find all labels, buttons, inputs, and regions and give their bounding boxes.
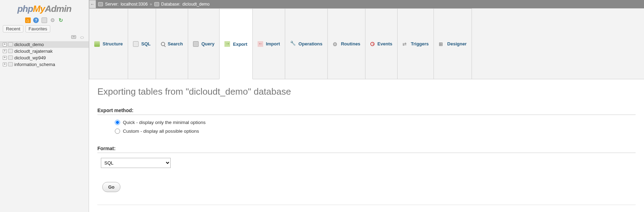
tab-triggers[interactable]: Triggers: [397, 8, 434, 79]
tree-tools: [0, 35, 89, 41]
tab-label: Structure: [103, 41, 123, 46]
sidebar: phpMyAdmin Recent Favorites + dicloudt_d…: [0, 0, 89, 212]
operations-icon: [290, 41, 296, 47]
tab-label: Query: [201, 41, 215, 46]
triggers-icon: [402, 41, 408, 47]
page-title: Exporting tables from "dicloudt_demo" da…: [97, 86, 636, 97]
tab-query[interactable]: Query: [188, 8, 220, 79]
home-icon[interactable]: [25, 17, 31, 23]
content: Exporting tables from "dicloudt_demo" da…: [89, 79, 644, 212]
tab-label: SQL: [141, 41, 151, 46]
radio-quick[interactable]: Quick - display only the minimal options: [115, 120, 636, 125]
db-tree-item[interactable]: + dicloudt_demo: [0, 41, 89, 48]
expand-icon[interactable]: +: [3, 63, 7, 66]
database-icon: [8, 49, 13, 53]
sidebar-tab-favorites[interactable]: Favorites: [25, 25, 50, 32]
db-tree-item[interactable]: + information_schema: [0, 61, 89, 68]
collapse-sidebar-button[interactable]: ←: [89, 0, 96, 8]
breadcrumb: Server: localhost:3306 » Database: diclo…: [96, 0, 644, 8]
sidebar-toolbar: [0, 16, 89, 24]
sql-window-icon[interactable]: [42, 17, 47, 23]
radio-quick-input[interactable]: [115, 120, 120, 125]
tab-label: Routines: [341, 41, 361, 46]
tab-label: Triggers: [411, 41, 429, 46]
search-icon: [161, 42, 165, 46]
tab-operations[interactable]: Operations: [285, 8, 328, 79]
main-tabs: Structure SQL Search Query Export Import…: [89, 8, 644, 79]
breadcrumb-separator: »: [150, 2, 152, 7]
database-icon: [154, 2, 159, 6]
db-tree-item[interactable]: + dicloudt_wp949: [0, 54, 89, 61]
events-icon: [370, 42, 375, 46]
query-icon: [193, 41, 199, 47]
db-name-label: dicloudt_demo: [14, 42, 44, 47]
db-tree-item[interactable]: + dicloudt_rajaternak: [0, 48, 89, 54]
import-icon: [258, 41, 263, 47]
designer-icon: [439, 41, 444, 47]
sql-icon: [133, 41, 139, 47]
tab-label: Search: [168, 41, 183, 46]
breadcrumb-server-link[interactable]: localhost:3306: [121, 2, 148, 7]
tab-structure[interactable]: Structure: [89, 8, 128, 79]
breadcrumb-db-label: Database:: [161, 2, 180, 7]
radio-custom-input[interactable]: [115, 129, 120, 134]
radio-quick-label: Quick - display only the minimal options: [123, 120, 206, 125]
expand-icon[interactable]: +: [3, 49, 7, 53]
go-button[interactable]: Go: [102, 182, 120, 192]
expand-icon[interactable]: +: [3, 43, 7, 46]
radio-custom-label: Custom - display all possible options: [123, 129, 199, 134]
database-icon: [8, 42, 13, 46]
database-icon: [8, 56, 13, 60]
db-name-label: dicloudt_wp949: [14, 55, 46, 60]
logo-part-admin: Admin: [45, 3, 71, 14]
routines-icon: [333, 41, 338, 47]
link-icon[interactable]: [79, 35, 84, 38]
docs-icon[interactable]: [33, 17, 39, 23]
sidebar-tabs: Recent Favorites: [0, 24, 89, 35]
export-method-radios: Quick - display only the minimal options…: [97, 120, 636, 134]
logo-part-php: php: [17, 3, 33, 14]
logo-part-my: My: [33, 3, 45, 14]
logo[interactable]: phpMyAdmin: [0, 3, 89, 16]
database-icon: [8, 62, 13, 66]
tab-sql[interactable]: SQL: [128, 8, 156, 79]
tab-events[interactable]: Events: [365, 8, 398, 79]
tab-label: Designer: [447, 41, 467, 46]
server-icon: [98, 2, 103, 6]
settings-icon[interactable]: [50, 17, 55, 23]
divider: [97, 205, 636, 205]
tab-routines[interactable]: Routines: [327, 8, 366, 79]
export-method-heading: Export method:: [97, 108, 636, 115]
tab-export[interactable]: Export: [219, 9, 252, 79]
tab-label: Export: [233, 42, 247, 47]
format-heading: Format:: [97, 146, 636, 153]
collapse-all-icon[interactable]: [71, 35, 76, 39]
tab-import[interactable]: Import: [252, 8, 285, 79]
breadcrumb-db-link[interactable]: dicloudt_demo: [182, 2, 209, 7]
export-icon: [224, 41, 230, 47]
db-name-label: dicloudt_rajaternak: [14, 49, 53, 54]
format-select[interactable]: SQL: [101, 158, 171, 168]
reload-icon[interactable]: [58, 17, 64, 23]
tab-label: Operations: [298, 41, 323, 46]
db-name-label: information_schema: [14, 62, 55, 67]
tab-label: Import: [266, 41, 280, 46]
breadcrumb-server-label: Server:: [105, 2, 119, 7]
structure-icon: [94, 41, 100, 47]
main: ← Server: localhost:3306 » Database: dic…: [89, 0, 644, 212]
database-tree: + dicloudt_demo + dicloudt_rajaternak + …: [0, 41, 89, 68]
tab-search[interactable]: Search: [156, 8, 188, 79]
tab-label: Events: [377, 41, 392, 46]
expand-icon[interactable]: +: [3, 56, 7, 60]
radio-custom[interactable]: Custom - display all possible options: [115, 129, 636, 134]
sidebar-tab-recent[interactable]: Recent: [3, 25, 23, 32]
tab-designer[interactable]: Designer: [434, 8, 472, 79]
